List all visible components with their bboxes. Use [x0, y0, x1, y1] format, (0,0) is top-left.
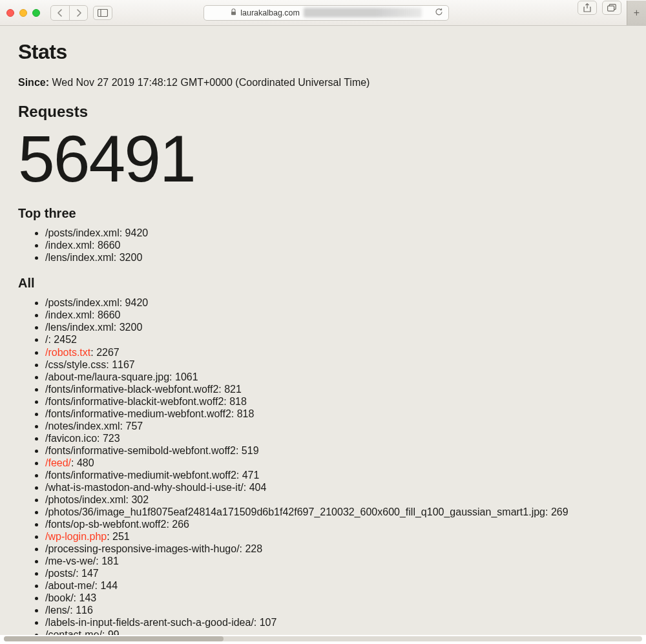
request-count: 107 [260, 617, 277, 628]
request-path: /index.xml [45, 309, 92, 320]
request-path: /robots.txt [45, 347, 90, 358]
browser-toolbar: laurakalbag.com/▇▇▇▇▇▇▇▇▇▇▇▇▇▇▇▇▇▇ + [0, 0, 646, 26]
page-title: Stats [18, 40, 628, 64]
page-content: Stats Since: Wed Nov 27 2019 17:48:12 GM… [0, 26, 646, 635]
show-sidebar-button[interactable] [93, 6, 112, 20]
nav-back-forward [50, 5, 88, 21]
list-item: /favicon.ico: 723 [45, 432, 628, 444]
request-count: 821 [224, 384, 242, 395]
request-count: 251 [112, 531, 130, 542]
request-path: /fonts/informative-blackit-webfont.woff2 [45, 396, 224, 407]
list-item: /me-vs-we/: 181 [45, 555, 628, 567]
request-path: /favicon.ico [45, 433, 97, 444]
horizontal-scrollbar[interactable] [4, 636, 642, 641]
all-heading: All [18, 276, 628, 291]
list-item: /photos/36/image_hu1f8075eaf24814a171509… [45, 506, 628, 518]
request-count: 1167 [112, 359, 135, 370]
request-count: 269 [551, 506, 568, 517]
url-host: laurakalbag.com [240, 8, 300, 17]
request-path: /index.xml [45, 240, 92, 251]
sidebar-icon [98, 9, 108, 17]
list-item: /index.xml: 8660 [45, 240, 628, 252]
list-item: /what-is-mastodon-and-why-should-i-use-i… [45, 481, 628, 493]
request-count: 143 [79, 592, 96, 603]
close-window-button[interactable] [6, 9, 14, 17]
minimize-window-button[interactable] [19, 9, 27, 17]
request-count: 8660 [98, 309, 121, 320]
address-bar[interactable]: laurakalbag.com/▇▇▇▇▇▇▇▇▇▇▇▇▇▇▇▇▇▇ [203, 5, 449, 21]
request-count: 144 [100, 580, 118, 591]
list-item: /lens/index.xml: 3200 [45, 252, 628, 264]
list-item: /notes/index.xml: 757 [45, 420, 628, 432]
request-path: /fonts/informative-black-webfont.woff2 [45, 384, 218, 395]
list-item: /fonts/informative-blackit-webfont.woff2… [45, 395, 628, 408]
request-path: /css/style.css [45, 359, 106, 370]
request-path: /what-is-mastodon-and-why-should-i-use-i… [45, 482, 244, 493]
list-item: /robots.txt: 2267 [45, 346, 628, 358]
request-count: 116 [76, 605, 93, 616]
list-item: /posts/index.xml: 9420 [45, 227, 628, 240]
request-path: /posts/index.xml [45, 297, 120, 308]
request-count: 2267 [96, 347, 120, 358]
request-path: /feed/ [45, 457, 71, 468]
list-item: /labels-in-input-fields-arent-such-a-goo… [45, 616, 628, 628]
svg-rect-2 [231, 12, 236, 15]
request-count: 9420 [125, 297, 149, 308]
request-count: 818 [229, 396, 247, 407]
request-path: /me-vs-we/ [45, 556, 96, 566]
request-path: /fonts/informative-medium-webfont.woff2 [45, 408, 231, 419]
plus-icon: + [634, 7, 640, 19]
share-icon [583, 3, 591, 12]
request-path: /lens/ [45, 605, 70, 616]
chevron-right-icon [76, 9, 82, 17]
request-count: 404 [249, 482, 267, 493]
request-count: 471 [242, 470, 260, 481]
forward-button[interactable] [69, 6, 87, 20]
since-label: Since: [18, 77, 49, 88]
request-path: /lens/index.xml [45, 252, 114, 263]
top-three-heading: Top three [18, 206, 628, 221]
zoom-window-button[interactable] [32, 9, 40, 17]
request-count: 228 [245, 543, 262, 554]
request-path: /wp-login.php [45, 531, 107, 542]
request-count: 147 [81, 568, 99, 579]
list-item: /fonts/informative-mediumit-webfont.woff… [45, 469, 628, 481]
list-item: /processing-responsive-images-with-hugo/… [45, 543, 628, 555]
request-path: /processing-responsive-images-with-hugo/ [45, 543, 240, 554]
lock-icon [231, 8, 236, 17]
list-item: /lens/index.xml: 3200 [45, 322, 628, 334]
requests-heading: Requests [18, 103, 628, 121]
list-item: /about-me/: 144 [45, 579, 628, 592]
list-item: /fonts/op-sb-webfont.woff2: 266 [45, 518, 628, 530]
list-item: /photos/index.xml: 302 [45, 493, 628, 506]
list-item: /posts/index.xml: 9420 [45, 297, 628, 309]
request-count: 818 [237, 408, 255, 419]
list-item: /index.xml: 8660 [45, 309, 628, 322]
share-button[interactable] [578, 1, 597, 15]
request-path: /fonts/informative-semibold-webfont.woff… [45, 445, 236, 456]
requests-total: 56491 [18, 126, 628, 192]
request-path: /about-me/ [45, 580, 94, 591]
request-count: 757 [126, 421, 143, 431]
request-path: /notes/index.xml [45, 421, 120, 431]
since-line: Since: Wed Nov 27 2019 17:48:12 GMT+0000… [18, 77, 628, 88]
request-path: /posts/index.xml [45, 227, 120, 238]
address-bar-container: laurakalbag.com/▇▇▇▇▇▇▇▇▇▇▇▇▇▇▇▇▇▇ [165, 5, 488, 21]
since-value: Wed Nov 27 2019 17:48:12 GMT+0000 (Coord… [52, 77, 370, 88]
list-item: /about-me/laura-square.jpg: 1061 [45, 371, 628, 383]
new-tab-button[interactable]: + [627, 1, 646, 25]
list-item: /feed/: 480 [45, 457, 628, 469]
reload-button[interactable] [435, 8, 443, 18]
request-path: /photos/index.xml [45, 494, 126, 505]
tabs-icon [607, 4, 616, 12]
show-tabs-button[interactable] [602, 1, 621, 15]
scrollbar-thumb[interactable] [4, 636, 224, 641]
back-button[interactable] [51, 6, 69, 20]
chevron-left-icon [57, 9, 63, 17]
svg-rect-0 [98, 9, 108, 16]
request-path: /about-me/laura-square.jpg [45, 371, 169, 382]
request-count: 480 [77, 457, 94, 468]
list-item: /book/: 143 [45, 592, 628, 604]
svg-rect-4 [608, 6, 614, 11]
window-controls [6, 9, 40, 17]
